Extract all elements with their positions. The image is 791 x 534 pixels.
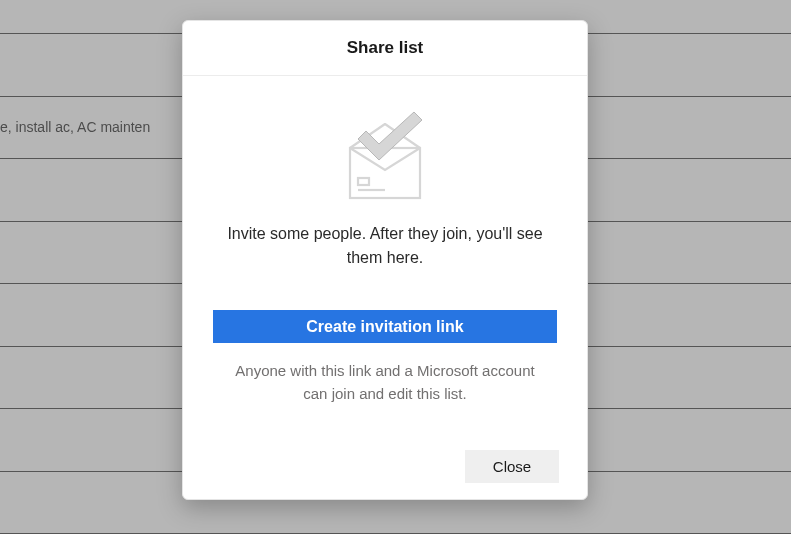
- close-button[interactable]: Close: [465, 450, 559, 483]
- dialog-footer: Close: [183, 434, 587, 499]
- dialog-body: Invite some people. After they join, you…: [183, 76, 587, 434]
- dialog-title: Share list: [347, 38, 424, 58]
- link-hint-text: Anyone with this link and a Microsoft ac…: [213, 359, 557, 406]
- invite-description: Invite some people. After they join, you…: [213, 222, 557, 270]
- dialog-header: Share list: [183, 21, 587, 76]
- create-invitation-link-button[interactable]: Create invitation link: [213, 310, 557, 343]
- share-list-dialog: Share list Invite some people. After the…: [182, 20, 588, 500]
- svg-rect-1: [358, 178, 369, 185]
- envelope-checkmark-icon: [335, 108, 435, 204]
